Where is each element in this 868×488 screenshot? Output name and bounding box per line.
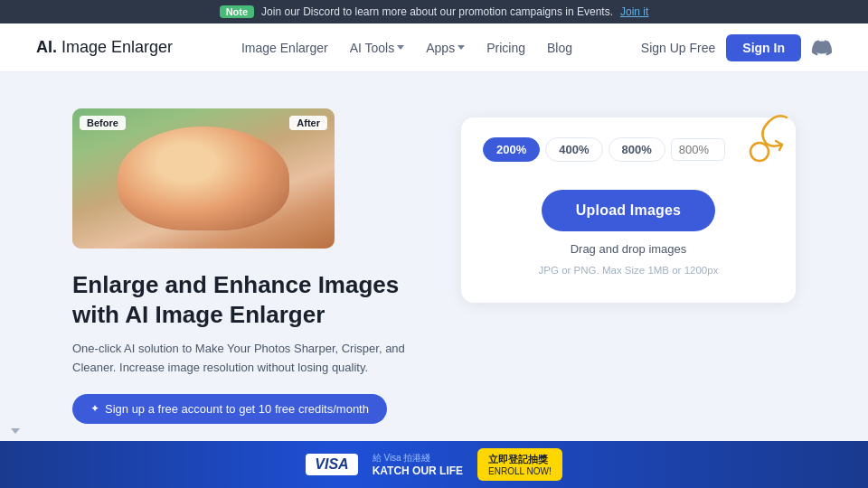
visa-logo: VISA [306, 454, 357, 475]
upload-area: Upload Images Drag and drop images JPG o… [483, 187, 774, 277]
ad-sub-text: 給 Visa 拍港綫 [373, 452, 463, 465]
ad-banner-inner: VISA 給 Visa 拍港綫 KATCH OUR LIFE 立即登記抽獎 EN… [306, 448, 561, 481]
zoom-400-button[interactable]: 400% [545, 137, 602, 162]
signin-button[interactable]: Sign In [726, 34, 801, 61]
ad-content: 給 Visa 拍港綫 KATCH OUR LIFE [373, 452, 463, 477]
ad-banner[interactable]: VISA 給 Visa 拍港綫 KATCH OUR LIFE 立即登記抽獎 EN… [0, 441, 868, 488]
free-signup-button[interactable]: ✦ Sign up a free account to get 10 free … [72, 394, 387, 424]
hero-subtitle: One-click AI solution to Make Your Photo… [72, 340, 407, 378]
discord-icon[interactable] [812, 38, 832, 58]
badge-before: Before [80, 116, 126, 130]
nav-pricing[interactable]: Pricing [486, 41, 525, 55]
nav-apps[interactable]: Apps [426, 41, 465, 55]
zoom-options: 200% 400% 800% [483, 137, 774, 162]
hero-title: Enlarge and Enhance Images with AI Image… [72, 270, 407, 329]
before-after-image: Before After [72, 108, 335, 249]
badge-after: After [289, 116, 327, 130]
scroll-indicator [11, 428, 20, 434]
zoom-800-button[interactable]: 800% [609, 137, 665, 162]
notification-text: Join our Discord to learn more about our… [261, 5, 613, 18]
format-hint: JPG or PNG. Max Size 1MB or 1200px [539, 265, 719, 276]
star-icon: ✦ [90, 402, 99, 415]
notification-link[interactable]: Join it [620, 5, 648, 18]
main-section: Before After Enlarge and Enhance Images … [0, 72, 868, 460]
ad-title: KATCH OUR LIFE [373, 465, 463, 477]
signup-free-link[interactable]: Sign Up Free [641, 41, 715, 55]
zoom-custom-input[interactable] [671, 138, 725, 161]
chevron-down-icon [458, 45, 465, 50]
site-logo[interactable]: AI. Image Enlarger [36, 38, 173, 57]
upload-panel: 200% 400% 800% Upload Images Drag and dr… [461, 117, 796, 303]
nav-ai-tools[interactable]: AI Tools [350, 41, 405, 55]
chevron-down-scroll-icon [11, 428, 20, 434]
drag-hint: Drag and drop images [571, 242, 687, 256]
note-badge: Note [220, 5, 254, 18]
notification-bar: Note Join our Discord to learn more abou… [0, 0, 868, 23]
chevron-down-icon [397, 45, 404, 50]
ad-cta-button[interactable]: 立即登記抽獎 ENROLL NOW! [477, 448, 562, 481]
nav-blog[interactable]: Blog [547, 41, 572, 55]
upload-button[interactable]: Upload Images [542, 190, 715, 231]
zoom-200-button[interactable]: 200% [483, 137, 540, 162]
nav-links: Image Enlarger AI Tools Apps Pricing Blo… [241, 41, 572, 55]
nav-actions: Sign Up Free Sign In [641, 34, 832, 61]
right-column: 200% 400% 800% Upload Images Drag and dr… [461, 108, 796, 303]
nav-image-enlarger[interactable]: Image Enlarger [241, 41, 328, 55]
left-column: Before After Enlarge and Enhance Images … [72, 108, 407, 424]
navbar: AI. Image Enlarger Image Enlarger AI Too… [0, 23, 868, 72]
